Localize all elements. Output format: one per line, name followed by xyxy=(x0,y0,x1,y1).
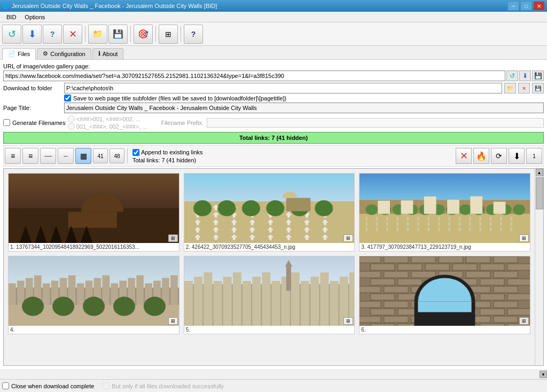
fire-btn[interactable]: 🔥 xyxy=(473,148,489,164)
download-btn[interactable]: ⬇ xyxy=(22,25,42,44)
tab-files[interactable]: 📄 Files xyxy=(2,48,36,60)
scroll-up-btn[interactable]: ▲ xyxy=(536,169,543,176)
gallery-caption-6: 6. xyxy=(360,326,530,334)
toolbar-separator4 xyxy=(181,26,181,42)
recycle-btn[interactable]: ⟳ xyxy=(491,148,507,164)
tab-configuration[interactable]: ⚙ Configuration xyxy=(37,48,91,59)
arrow-down-btn[interactable]: ⬇ xyxy=(509,148,525,164)
title-bar: 🌐 Jerusalem Outside City Walls _ Faceboo… xyxy=(0,0,547,12)
gallery-item[interactable]: ⊞ 1. 13767344_10209548418922969_50220161… xyxy=(8,173,179,252)
download-folder-input[interactable] xyxy=(64,83,502,93)
download-label: Download to folder xyxy=(3,85,62,91)
image-overlay-3: ⊞ xyxy=(519,234,529,242)
about-icon: ℹ xyxy=(98,50,100,57)
generate-filenames-checkbox[interactable] xyxy=(3,119,10,126)
image-overlay-6: ⊞ xyxy=(519,317,529,325)
toolbar2: ≡ ≡ ── ─ ▦ 41 48 Append to existing link… xyxy=(3,145,544,167)
menu-bar: BID Options xyxy=(0,12,547,22)
maximize-button[interactable]: □ xyxy=(520,1,532,11)
gallery-item[interactable]: ⊞ 4. xyxy=(8,256,179,334)
generate-filenames-label: Generate Filenames xyxy=(12,120,66,126)
gallery-container: ⊞ 1. 13767344_10209548418922969_50220161… xyxy=(3,168,544,366)
scrollbar-track: ▲ ▼ xyxy=(535,169,543,365)
prefix-input[interactable] xyxy=(207,118,544,128)
gallery-caption-3: 3. 417797_3070923847713_229123719_n.jpg xyxy=(360,243,530,251)
append-checkbox[interactable] xyxy=(132,149,139,156)
main-panel: URL of image/video gallery page: ↺ ⬇ 💾 D… xyxy=(0,60,547,369)
only-if-success-section: But only if all files downloaded success… xyxy=(103,382,224,389)
save-subfolder-label: Save to web page title subfolder (files … xyxy=(73,95,286,101)
url-download-btn[interactable]: ⬇ xyxy=(519,70,531,81)
tb2-sep xyxy=(127,148,128,163)
window-icon: 🌐 xyxy=(2,3,10,10)
page-title-label: Page Title: xyxy=(3,105,62,111)
url-section: URL of image/video gallery page: ↺ ⬇ 💾 xyxy=(3,63,544,81)
url-refresh-btn[interactable]: ↺ xyxy=(506,70,518,81)
folder-save-btn[interactable]: 💾 xyxy=(532,83,544,93)
gallery-item[interactable]: ⊞ 3. 417797_3070923847713_229123719_n.jp… xyxy=(359,173,530,252)
url-input[interactable] xyxy=(3,70,505,81)
close-button[interactable]: ✕ xyxy=(533,1,545,11)
filename-radio1[interactable] xyxy=(68,115,75,122)
save-btn[interactable]: 💾 xyxy=(108,25,128,44)
save-subfolder-row: Save to web page title subfolder (files … xyxy=(64,95,544,101)
gallery-item[interactable]: ⊞ 2. 426422_3070923527705_445434453_n.jp… xyxy=(184,173,355,252)
info-btn[interactable]: ? xyxy=(184,25,203,44)
image-overlay-5: ⊞ xyxy=(343,317,353,325)
browse-folder-btn[interactable]: 📁 xyxy=(504,83,516,93)
medium-view-btn[interactable]: ─ xyxy=(58,148,74,164)
menu-options[interactable]: Options xyxy=(20,13,49,21)
download-folder-row: Download to folder 📁 ✕ 💾 xyxy=(3,83,544,93)
menu-bid[interactable]: BID xyxy=(2,13,20,21)
generate-filenames-row: Generate Filenames <###>001, <###>002, .… xyxy=(3,115,544,130)
close-on-complete-label: Close when download complete xyxy=(11,383,94,389)
open-folder-btn[interactable]: 📁 xyxy=(88,25,107,44)
stop-btn[interactable]: ✕ xyxy=(63,25,82,44)
scrollbar-thumb[interactable] xyxy=(536,177,543,209)
page-title-row: Page Title: xyxy=(3,103,544,113)
page-title-input[interactable] xyxy=(64,103,544,113)
small-view-btn[interactable]: ── xyxy=(40,148,56,164)
tab-files-label: Files xyxy=(18,51,30,57)
only-if-success-checkbox[interactable] xyxy=(103,382,110,389)
target-btn[interactable]: 🎯 xyxy=(134,25,153,44)
count48-btn[interactable]: 48 xyxy=(110,148,124,163)
refresh-btn[interactable]: ↺ xyxy=(2,25,21,44)
close-on-complete-checkbox[interactable] xyxy=(2,382,9,389)
status-text: Total links: 7 (41 hidden) xyxy=(239,135,308,141)
toolbar-separator2 xyxy=(130,26,131,42)
files-icon: 📄 xyxy=(8,50,15,57)
delete-btn[interactable]: ✕ xyxy=(456,148,472,164)
gallery-caption-5: 5. xyxy=(184,326,355,334)
image-overlay-4: ⊞ xyxy=(168,317,178,325)
gallery: ⊞ 1. 13767344_10209548418922969_50220161… xyxy=(4,169,535,365)
counter-btn[interactable]: 1 xyxy=(526,148,542,164)
toolbar: ↺ ⬇ ? ✕ 📁 💾 🎯 ⊞ ? xyxy=(0,22,547,46)
filename-radio2[interactable] xyxy=(68,123,75,130)
minimize-button[interactable]: ─ xyxy=(507,1,519,11)
gallery-caption-1: 1. 13767344_10209548418922969_5022016116… xyxy=(9,243,179,251)
count41-btn[interactable]: 41 xyxy=(93,148,108,163)
only-if-success-label: But only if all files downloaded success… xyxy=(112,383,224,389)
align-right-btn[interactable]: ≡ xyxy=(22,148,38,164)
url-save-btn[interactable]: 💾 xyxy=(532,70,544,81)
grid-btn[interactable]: ⊞ xyxy=(159,25,178,44)
image-overlay-1: ⊞ xyxy=(168,234,178,242)
filename-radio2-label: 001_<###>, 002_<###>, ... xyxy=(76,123,147,130)
large-view-btn[interactable]: ▦ xyxy=(75,148,91,164)
image-overlay-2: ⊞ xyxy=(343,234,353,242)
gallery-item[interactable]: ⊞ 5. xyxy=(184,256,355,334)
tab-about[interactable]: ℹ About xyxy=(92,48,124,59)
tab-about-label: About xyxy=(103,51,118,57)
folder-action-btn[interactable]: ✕ xyxy=(518,83,530,93)
url-label: URL of image/video gallery page: xyxy=(3,63,544,69)
close-on-complete-section: Close when download complete xyxy=(2,382,94,389)
gallery-caption-4: 4. xyxy=(9,326,179,334)
help-btn[interactable]: ? xyxy=(43,25,62,44)
save-subfolder-checkbox[interactable] xyxy=(64,95,71,101)
status-bar: Total links: 7 (41 hidden) xyxy=(3,132,544,144)
align-left-btn[interactable]: ≡ xyxy=(5,148,21,164)
append-label: Append to existing links xyxy=(141,149,203,155)
gallery-item[interactable]: ⊞ 6. xyxy=(359,256,530,334)
bottom-bar: Close when download complete But only if… xyxy=(0,379,547,392)
